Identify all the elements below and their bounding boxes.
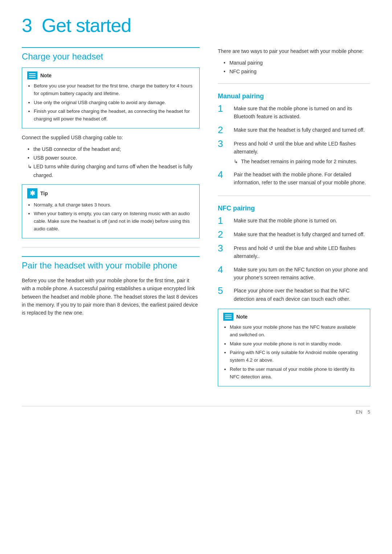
tip-item: When your battery is empty, you can carr… [34, 210, 194, 233]
section-divider [22, 247, 200, 247]
step-content: Make sure that the headset is fully char… [234, 230, 370, 239]
page-footer: EN 5 [22, 406, 370, 415]
step-text: Make sure that the headset is fully char… [234, 231, 365, 237]
step-number: 4 [218, 265, 228, 282]
left-column: Charge your headset Note Before you use … [22, 47, 200, 391]
footer-lang: EN [356, 409, 362, 415]
nfc-note-item: Make sure your mobile phone is not in st… [230, 340, 365, 348]
nfc-steps-list: 1 Make sure that the mobile phone is tur… [218, 217, 370, 303]
manual-step: 4 Pair the headset with the mobile phone… [218, 171, 370, 187]
nfc-note-box: Note Make sure your mobile phone has the… [218, 309, 370, 386]
charge-note-label: Note [40, 73, 52, 78]
step-content: Place your phone over the headset so tha… [234, 287, 370, 303]
charge-section-title: Charge your headset [22, 47, 200, 62]
step-sub: ↳ The headset remains in pairing mode fo… [234, 157, 370, 165]
connect-text: Connect the supplied USB charging cable … [22, 134, 200, 141]
charge-note-item: Use only the original USB charging cable… [34, 99, 194, 107]
step-content: Press and hold ↺ until the blue and whit… [234, 140, 370, 165]
charge-note-item: Before you use your headset for the firs… [34, 82, 194, 98]
step-content: Make sure that the headset is fully char… [234, 126, 370, 135]
manual-step: 2 Make sure that the headset is fully ch… [218, 126, 370, 135]
step-text: Pair the headset with the mobile phone. … [234, 172, 366, 185]
manual-pairing-title: Manual pairing [218, 93, 370, 100]
step-content: Make sure that the mobile phone is turne… [234, 217, 370, 225]
tip-box: ✱ Tip Normally, a full charge takes 3 ho… [22, 184, 200, 238]
step-sub-text: The headset remains in pairing mode for … [241, 157, 357, 165]
step-number: 2 [218, 125, 228, 135]
nfc-pairing-section: NFC pairing 1 Make sure that the mobile … [218, 205, 370, 386]
way-item: Manual pairing [224, 59, 370, 67]
pair-section-title: Pair the headset with your mobile phone [22, 256, 200, 271]
nfc-step: 3 Press and hold ↺ until the blue and wh… [218, 244, 370, 260]
step-number: 1 [218, 104, 228, 121]
connect-list: the USB connector of the headset and; US… [22, 145, 200, 180]
charge-note-box: Note Before you use your headset for the… [22, 67, 200, 128]
chapter-title-text: Get started [42, 15, 131, 36]
step-text: Make sure you turn on the NFC function o… [234, 267, 368, 280]
charge-section: Charge your headset Note Before you use … [22, 47, 200, 238]
way-item: NFC pairing [224, 67, 370, 76]
right-column: There are two ways to pair your headset … [218, 47, 370, 391]
charge-note-header: Note [27, 71, 194, 79]
step-content: Make sure that the mobile phone is turne… [234, 104, 370, 121]
two-ways-text: There are two ways to pair your headset … [218, 47, 370, 55]
ways-list: Manual pairing NFC pairing [218, 59, 370, 76]
step-number: 1 [218, 216, 228, 225]
step-number: 3 [218, 139, 228, 165]
nfc-pairing-title: NFC pairing [218, 205, 370, 212]
tip-item: Normally, a full charge takes 3 hours. [34, 201, 194, 209]
step-content: Make sure you turn on the NFC function o… [234, 266, 370, 282]
nfc-note-item: Make sure your mobile phone has the NFC … [230, 324, 365, 339]
charge-note-item: Finish your call before charging the hea… [34, 108, 194, 123]
note-icon [27, 71, 37, 79]
right-divider-2 [218, 196, 370, 196]
manual-step: 1 Make sure that the mobile phone is tur… [218, 104, 370, 121]
tip-icon: ✱ [27, 188, 37, 198]
nfc-step: 4 Make sure you turn on the NFC function… [218, 266, 370, 282]
step-text: Make sure that the mobile phone is turne… [234, 218, 337, 223]
tip-list: Normally, a full charge takes 3 hours. W… [27, 201, 194, 233]
manual-steps-list: 1 Make sure that the mobile phone is tur… [218, 104, 370, 187]
step-number: 3 [218, 243, 228, 260]
charge-note-list: Before you use your headset for the firs… [27, 82, 194, 123]
nfc-note-header: Note [223, 313, 365, 321]
nfc-note-item: Pairing with NFC is only suitable for An… [230, 349, 365, 364]
right-divider-1 [218, 83, 370, 84]
footer-page: 5 [368, 409, 370, 415]
tip-label: Tip [40, 190, 48, 196]
connect-item: USB power source. [28, 154, 200, 163]
pair-section: Pair the headset with your mobile phone … [22, 256, 200, 317]
nfc-note-list: Make sure your mobile phone has the NFC … [223, 324, 365, 381]
step-text: Place your phone over the headset so tha… [234, 288, 350, 301]
tip-header: ✱ Tip [27, 188, 194, 198]
page-title: 3 Get started [22, 15, 370, 36]
connect-item: the USB connector of the headset and; [28, 145, 200, 154]
step-content: Press and hold ↺ until the blue and whit… [234, 244, 370, 260]
nfc-note-item: Refer to the user manual of your mobile … [230, 366, 365, 381]
manual-pairing-section: Manual pairing 1 Make sure that the mobi… [218, 93, 370, 187]
connect-arrow-item: LED turns white during charging and turn… [28, 163, 200, 180]
nfc-step: 1 Make sure that the mobile phone is tur… [218, 217, 370, 225]
chapter-number: 3 [22, 15, 32, 36]
step-content: Pair the headset with the mobile phone. … [234, 171, 370, 187]
manual-step: 3 Press and hold ↺ until the blue and wh… [218, 140, 370, 165]
step-text: Make sure that the mobile phone is turne… [234, 106, 352, 119]
pair-intro: Before you use the headset with your mob… [22, 276, 200, 317]
step-text: Press and hold ↺ until the blue and whit… [234, 141, 356, 155]
step-number: 4 [218, 170, 228, 187]
nfc-note-label: Note [236, 314, 248, 320]
nfc-step: 2 Make sure that the headset is fully ch… [218, 230, 370, 239]
step-number: 2 [218, 230, 228, 239]
step-number: 5 [218, 286, 228, 303]
nfc-step: 5 Place your phone over the headset so t… [218, 287, 370, 303]
step-text: Make sure that the headset is fully char… [234, 127, 365, 133]
note-icon [223, 313, 233, 321]
step-text: Press and hold ↺ until the blue and whit… [234, 245, 356, 259]
